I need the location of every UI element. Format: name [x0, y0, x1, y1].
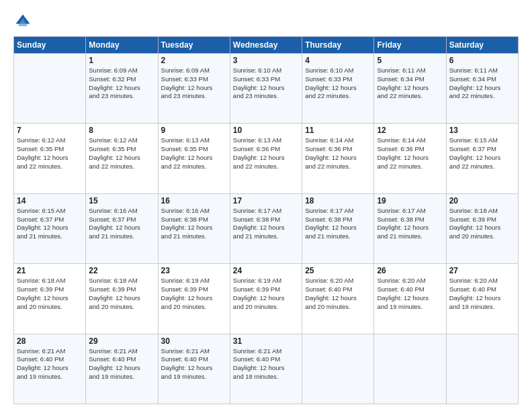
calendar-cell: 19Sunrise: 6:17 AM Sunset: 6:38 PM Dayli…	[374, 193, 446, 263]
calendar-cell: 17Sunrise: 6:17 AM Sunset: 6:38 PM Dayli…	[230, 193, 302, 263]
calendar-day-header: Saturday	[446, 37, 518, 54]
day-number: 11	[305, 126, 371, 135]
calendar-week-row: 14Sunrise: 6:15 AM Sunset: 6:37 PM Dayli…	[14, 193, 519, 263]
calendar-cell: 18Sunrise: 6:17 AM Sunset: 6:38 PM Dayli…	[302, 193, 374, 263]
calendar-cell: 23Sunrise: 6:19 AM Sunset: 6:39 PM Dayli…	[158, 264, 230, 334]
calendar-cell: 25Sunrise: 6:20 AM Sunset: 6:40 PM Dayli…	[302, 264, 374, 334]
day-info: Sunrise: 6:13 AM Sunset: 6:36 PM Dayligh…	[233, 136, 299, 171]
day-info: Sunrise: 6:10 AM Sunset: 6:33 PM Dayligh…	[233, 66, 299, 101]
day-info: Sunrise: 6:21 AM Sunset: 6:40 PM Dayligh…	[233, 347, 299, 381]
calendar-cell: 11Sunrise: 6:14 AM Sunset: 6:36 PM Dayli…	[302, 124, 374, 193]
calendar-cell: 9Sunrise: 6:13 AM Sunset: 6:35 PM Daylig…	[158, 124, 230, 193]
day-number: 10	[233, 126, 299, 135]
day-number: 3	[233, 56, 299, 65]
day-info: Sunrise: 6:14 AM Sunset: 6:36 PM Dayligh…	[377, 136, 443, 171]
calendar-day-header: Tuesday	[158, 37, 230, 54]
logo-icon	[13, 12, 32, 31]
calendar-week-row: 28Sunrise: 6:21 AM Sunset: 6:40 PM Dayli…	[14, 334, 519, 404]
day-info: Sunrise: 6:12 AM Sunset: 6:35 PM Dayligh…	[89, 136, 154, 171]
calendar-cell: 10Sunrise: 6:13 AM Sunset: 6:36 PM Dayli…	[230, 124, 302, 193]
day-info: Sunrise: 6:12 AM Sunset: 6:35 PM Dayligh…	[17, 136, 83, 171]
calendar-cell: 28Sunrise: 6:21 AM Sunset: 6:40 PM Dayli…	[14, 334, 86, 404]
calendar-header-row: SundayMondayTuesdayWednesdayThursdayFrid…	[14, 37, 519, 54]
day-info: Sunrise: 6:18 AM Sunset: 6:39 PM Dayligh…	[89, 277, 154, 311]
calendar-cell	[446, 334, 518, 404]
day-info: Sunrise: 6:21 AM Sunset: 6:40 PM Dayligh…	[89, 347, 154, 381]
calendar-week-row: 1Sunrise: 6:09 AM Sunset: 6:32 PM Daylig…	[14, 54, 519, 124]
calendar-table: SundayMondayTuesdayWednesdayThursdayFrid…	[13, 36, 519, 404]
calendar-cell	[14, 54, 86, 124]
calendar-day-header: Thursday	[302, 37, 374, 54]
day-info: Sunrise: 6:18 AM Sunset: 6:39 PM Dayligh…	[449, 207, 515, 241]
calendar-week-row: 7Sunrise: 6:12 AM Sunset: 6:35 PM Daylig…	[14, 124, 519, 193]
calendar-cell: 22Sunrise: 6:18 AM Sunset: 6:39 PM Dayli…	[86, 264, 158, 334]
day-info: Sunrise: 6:20 AM Sunset: 6:40 PM Dayligh…	[377, 277, 443, 311]
day-info: Sunrise: 6:14 AM Sunset: 6:36 PM Dayligh…	[305, 136, 371, 171]
day-number: 16	[161, 196, 227, 205]
day-info: Sunrise: 6:15 AM Sunset: 6:37 PM Dayligh…	[449, 136, 515, 171]
day-number: 28	[17, 336, 83, 346]
calendar-day-header: Wednesday	[230, 37, 302, 54]
calendar-cell: 16Sunrise: 6:16 AM Sunset: 6:38 PM Dayli…	[158, 193, 230, 263]
day-info: Sunrise: 6:19 AM Sunset: 6:39 PM Dayligh…	[161, 277, 227, 311]
calendar-day-header: Friday	[374, 37, 446, 54]
day-info: Sunrise: 6:11 AM Sunset: 6:34 PM Dayligh…	[377, 66, 443, 101]
day-number: 6	[449, 56, 515, 65]
day-info: Sunrise: 6:19 AM Sunset: 6:39 PM Dayligh…	[233, 277, 299, 311]
day-info: Sunrise: 6:17 AM Sunset: 6:38 PM Dayligh…	[233, 207, 299, 241]
day-info: Sunrise: 6:21 AM Sunset: 6:40 PM Dayligh…	[17, 347, 83, 381]
day-info: Sunrise: 6:21 AM Sunset: 6:40 PM Dayligh…	[161, 347, 227, 381]
day-number: 8	[89, 126, 154, 135]
calendar-cell: 8Sunrise: 6:12 AM Sunset: 6:35 PM Daylig…	[86, 124, 158, 193]
calendar-day-header: Monday	[86, 37, 158, 54]
calendar-cell: 1Sunrise: 6:09 AM Sunset: 6:32 PM Daylig…	[86, 54, 158, 124]
day-number: 25	[305, 266, 371, 275]
calendar-week-row: 21Sunrise: 6:18 AM Sunset: 6:39 PM Dayli…	[14, 264, 519, 334]
day-info: Sunrise: 6:17 AM Sunset: 6:38 PM Dayligh…	[377, 207, 443, 241]
day-number: 24	[233, 266, 299, 275]
day-info: Sunrise: 6:15 AM Sunset: 6:37 PM Dayligh…	[17, 207, 83, 241]
calendar-cell: 7Sunrise: 6:12 AM Sunset: 6:35 PM Daylig…	[14, 124, 86, 193]
day-number: 4	[305, 56, 371, 65]
calendar-cell: 14Sunrise: 6:15 AM Sunset: 6:37 PM Dayli…	[14, 193, 86, 263]
day-number: 21	[17, 266, 83, 275]
calendar-cell: 21Sunrise: 6:18 AM Sunset: 6:39 PM Dayli…	[14, 264, 86, 334]
day-number: 15	[89, 196, 154, 205]
day-number: 31	[233, 336, 299, 346]
calendar-cell: 15Sunrise: 6:16 AM Sunset: 6:37 PM Dayli…	[86, 193, 158, 263]
page: SundayMondayTuesdayWednesdayThursdayFrid…	[0, 0, 532, 411]
day-info: Sunrise: 6:20 AM Sunset: 6:40 PM Dayligh…	[305, 277, 371, 311]
day-info: Sunrise: 6:20 AM Sunset: 6:40 PM Dayligh…	[449, 277, 515, 311]
day-number: 23	[161, 266, 227, 275]
calendar-cell: 5Sunrise: 6:11 AM Sunset: 6:34 PM Daylig…	[374, 54, 446, 124]
day-info: Sunrise: 6:11 AM Sunset: 6:34 PM Dayligh…	[449, 66, 515, 101]
calendar-cell: 12Sunrise: 6:14 AM Sunset: 6:36 PM Dayli…	[374, 124, 446, 193]
calendar-cell: 31Sunrise: 6:21 AM Sunset: 6:40 PM Dayli…	[230, 334, 302, 404]
calendar-cell: 29Sunrise: 6:21 AM Sunset: 6:40 PM Dayli…	[86, 334, 158, 404]
day-number: 20	[449, 196, 515, 205]
day-number: 17	[233, 196, 299, 205]
day-number: 12	[377, 126, 443, 135]
day-number: 7	[17, 126, 83, 135]
day-info: Sunrise: 6:09 AM Sunset: 6:33 PM Dayligh…	[161, 66, 227, 101]
day-number: 14	[17, 196, 83, 205]
day-number: 22	[89, 266, 154, 275]
calendar-day-header: Sunday	[14, 37, 86, 54]
day-number: 13	[449, 126, 515, 135]
day-info: Sunrise: 6:16 AM Sunset: 6:38 PM Dayligh…	[161, 207, 227, 241]
calendar-cell: 27Sunrise: 6:20 AM Sunset: 6:40 PM Dayli…	[446, 264, 518, 334]
calendar-cell: 3Sunrise: 6:10 AM Sunset: 6:33 PM Daylig…	[230, 54, 302, 124]
day-number: 19	[377, 196, 443, 205]
calendar-cell: 6Sunrise: 6:11 AM Sunset: 6:34 PM Daylig…	[446, 54, 518, 124]
day-number: 1	[89, 56, 154, 65]
calendar-cell: 4Sunrise: 6:10 AM Sunset: 6:33 PM Daylig…	[302, 54, 374, 124]
day-number: 18	[305, 196, 371, 205]
day-number: 29	[89, 336, 154, 346]
calendar-cell: 2Sunrise: 6:09 AM Sunset: 6:33 PM Daylig…	[158, 54, 230, 124]
day-number: 2	[161, 56, 227, 65]
day-number: 27	[449, 266, 515, 275]
calendar-cell: 30Sunrise: 6:21 AM Sunset: 6:40 PM Dayli…	[158, 334, 230, 404]
logo	[13, 12, 35, 31]
calendar-cell	[374, 334, 446, 404]
day-info: Sunrise: 6:17 AM Sunset: 6:38 PM Dayligh…	[305, 207, 371, 241]
